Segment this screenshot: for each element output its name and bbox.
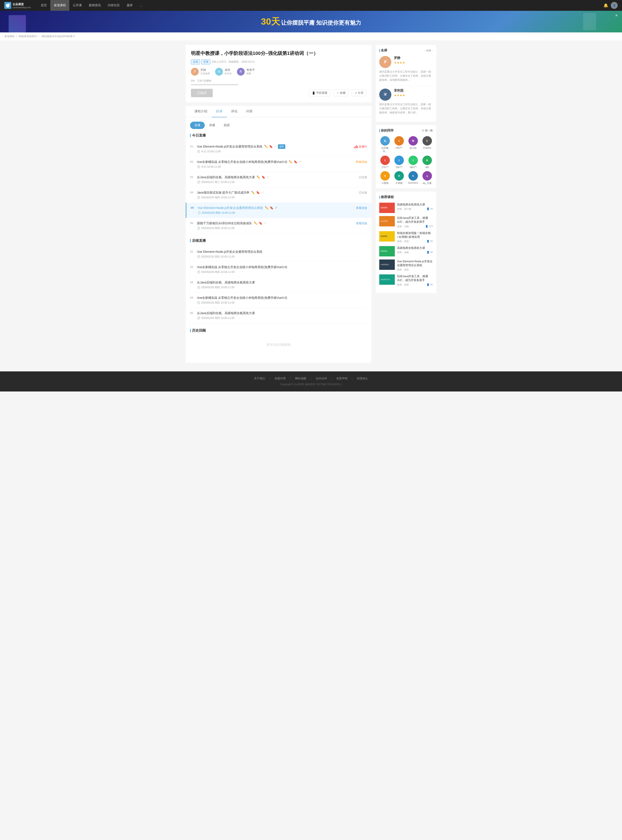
edit-icon-6[interactable]: ✏️ <box>254 221 258 226</box>
share-icon-5[interactable]: ↗ <box>275 206 277 210</box>
course-tags: 直播 录播 246人已学习 · 有效期至：2019-10-21 <box>191 60 366 64</box>
nav-discover[interactable]: 发现课程 <box>50 0 69 11</box>
item-status-5[interactable]: 查看回放 <box>356 206 367 210</box>
teacher-2-role: 班主任 <box>225 72 232 75</box>
rec-thumb-4: 电商系统 <box>379 246 395 257</box>
rec-item-1[interactable]: 电商课程 高级电商全线系统大课 讲师：张小锋 👤 34 <box>379 203 433 213</box>
teacher-2-avatar: 凌 <box>215 68 223 76</box>
item-title-3: 从Java后端到全栈、高级电商全栈系统大课 ✏️ 🔖 ↗ <box>197 175 356 180</box>
breadcrumb-home[interactable]: 发现课程 <box>4 35 15 38</box>
edit-icon-3[interactable]: ✏️ <box>256 175 260 180</box>
tab-review[interactable]: 评论 <box>227 106 242 117</box>
item-num-2: 02 <box>190 160 194 163</box>
footer-sitemap[interactable]: 网站地图 <box>295 377 306 380</box>
rec-item-2[interactable]: Java开发 玩转Java开发工具，精通JUC，成为开发多面手 讲师：王峰 👤 … <box>379 216 433 228</box>
rec-teacher-3: 讲师：岱田 <box>397 240 409 243</box>
tag-record: 录播 <box>201 60 210 64</box>
rec-item-6[interactable]: Java开发工具 玩转Java开发工具，精通JUC，成为开发多面手 讲师：岱田 … <box>379 274 433 286</box>
sub-tabs: 直播 录播 面授 <box>190 122 367 129</box>
teacher-next[interactable]: › <box>432 49 433 52</box>
share-icon-4[interactable]: ↗ <box>261 190 264 195</box>
upcoming-item-3: 03 从Java后端到全栈、高级电商全栈系统大课 🕐 2020/02/26 周四… <box>190 277 367 293</box>
share-icon-6[interactable]: ↗ <box>264 221 266 226</box>
nav-news[interactable]: 新闻资讯 <box>85 0 104 11</box>
classmate-8-name: Bill <box>425 166 429 168</box>
teacher-prev[interactable]: ‹ <box>424 49 425 52</box>
rec-meta-2: 讲师：王峰 👤 123 <box>397 225 433 228</box>
classmate-6-avatar: 1 <box>394 156 404 165</box>
footer-agent[interactable]: 加盟代理 <box>274 377 286 380</box>
footer-recruit[interactable]: 招贤纳士 <box>357 377 368 380</box>
bookmark-icon-2[interactable]: 🔖 <box>294 160 297 164</box>
course-meta: 246人已学习 · 有效期至：2019-10-21 <box>212 60 255 64</box>
tab-qa[interactable]: 问答 <box>242 106 257 117</box>
collect-button[interactable]: ☆ 收藏 <box>334 89 348 96</box>
classmate-11-avatar: S <box>409 171 418 180</box>
item-content-2: Vue全家桶实战 从零独立开发企业级小米电商系统(免费升级Vue3.0) ✏️ … <box>197 160 353 169</box>
change-classmates-button[interactable]: ↻ 换一换 <box>422 129 433 133</box>
item-time-5: 🕐 2020/02/26 周四 10:00-11:00 <box>198 211 353 215</box>
share-icon-1[interactable]: ↗ <box>274 144 277 149</box>
bookmark-icon-5[interactable]: 🔖 <box>270 206 273 210</box>
rec-item-3[interactable]: 前端课程 前端全栈加强版！前端全栈+全周期+多维应用 讲师：岱田 👤 56 <box>379 231 433 243</box>
bookmark-icon-3[interactable]: 🔖 <box>262 175 265 180</box>
tab-catalog[interactable]: 目录 <box>212 106 227 117</box>
bookmark-icon-4[interactable]: 🔖 <box>256 190 260 195</box>
progress-label: 0% 已学习0课时 <box>191 79 366 83</box>
user-avatar[interactable]: 👤 <box>611 2 618 9</box>
rec-item-5[interactable]: Vue管理后台 Vue Element+Node.js开发企业通用管理后台系统 … <box>379 260 433 271</box>
nav-question[interactable]: 题库 <box>123 0 136 11</box>
bookmark-icon-6[interactable]: 🔖 <box>259 221 262 226</box>
progress-section: 0% 已学习0课时 <box>191 79 366 86</box>
classmate-5-name: 1767** <box>381 166 389 168</box>
subtab-record[interactable]: 录播 <box>205 122 220 129</box>
nav-home[interactable]: 首页 <box>37 0 50 11</box>
item-status-4: 已结束 <box>359 190 367 195</box>
edit-icon-1[interactable]: ✏️ <box>264 144 268 149</box>
nav-open[interactable]: 公开课 <box>69 0 85 11</box>
banner-close-button[interactable]: × <box>615 13 618 18</box>
item-title-5: Vue Element+Node.js开发企业通用管理后台系统 ✏️ 🔖 ↗ <box>198 206 353 210</box>
edit-icon-4[interactable]: ✏️ <box>251 190 255 195</box>
bookmark-icon-1[interactable]: 🔖 <box>269 144 273 149</box>
nav-more[interactable]: ... <box>136 0 146 11</box>
logo[interactable]: 云朵课堂 yunduoketang.com <box>4 2 31 9</box>
footer-about[interactable]: 关于我们 <box>254 377 265 380</box>
footer-disclaimer[interactable]: 免责声明 <box>336 377 348 380</box>
upcoming-title-4: Vue全家桶实战 从零独立开发企业级小米电商系统(免费升级Vue3.0) <box>197 296 367 300</box>
edit-icon-5[interactable]: ✏️ <box>265 206 268 210</box>
footer-links: 关于我们 | 加盟代理 | 网站地图 | 合作伙伴 | 免责声明 | 招贤纳士 <box>4 377 618 380</box>
share-label: 分享 <box>358 91 363 95</box>
tab-intro[interactable]: 课程介绍 <box>190 106 212 117</box>
edit-icon-2[interactable]: ✏️ <box>289 160 293 164</box>
notification-bell[interactable]: 🔔 <box>604 3 608 8</box>
classmate-11: S Summers <box>407 171 419 185</box>
subtab-offline[interactable]: 面授 <box>220 122 234 129</box>
mobile-view-button[interactable]: 📱 手机观看 <box>309 89 330 96</box>
rec-info-4: 高级电商全线系统大课 讲师：冰峰 👤 46 <box>397 246 433 257</box>
classmates-card: 你的同学 ↻ 换一换 化 化学教书... 1 1 <box>376 125 436 188</box>
share-button[interactable]: ↗ 分享 <box>352 89 366 96</box>
teacher-card-1: 罗 罗静 ★★★★ 国内某重点大学安全工程专业硕士，国家一级注册消防工程师、注册… <box>379 56 433 82</box>
breadcrumb-series[interactable]: 新媒体营销系列 <box>18 35 37 38</box>
banner-text: 让你摆脱平庸 知识使你更有魅力 <box>281 20 361 26</box>
subtab-live[interactable]: 直播 <box>190 122 205 129</box>
mobile-icon: 📱 <box>312 92 315 95</box>
footer-partner[interactable]: 合作伙伴 <box>316 377 327 380</box>
item-status-6[interactable]: 查看回放 <box>356 221 367 225</box>
buy-button[interactable]: 已购买 <box>191 89 213 97</box>
progress-percent: 0% <box>191 79 195 82</box>
rec-info-1: 高级电商全线系统大课 讲师：张小锋 👤 34 <box>397 203 433 213</box>
nav-qa[interactable]: 问答社区 <box>104 0 123 11</box>
progress-text: 已学习0课时 <box>197 79 212 82</box>
resource-badge-1[interactable]: 资料 <box>278 144 285 149</box>
teacher-1-name: 罗静 <box>200 68 210 72</box>
rec-students-3: 👤 56 <box>427 240 433 243</box>
item-icons-1: ✏️ 🔖 ↗ 资料 <box>264 144 285 149</box>
rec-item-4[interactable]: 电商系统 高级电商全线系统大课 讲师：冰峰 👤 46 <box>379 246 433 257</box>
classmate-3-name: 张小田 <box>410 147 416 150</box>
live-item-6: 06 跟随千万级项目从0到100全过程高效成长 ✏️ 🔖 ↗ <box>190 218 367 233</box>
share-icon-2[interactable]: ↗ <box>299 160 301 164</box>
teacher-2-name: 凌荷 <box>225 68 232 72</box>
share-icon-3[interactable]: ↗ <box>267 175 269 180</box>
